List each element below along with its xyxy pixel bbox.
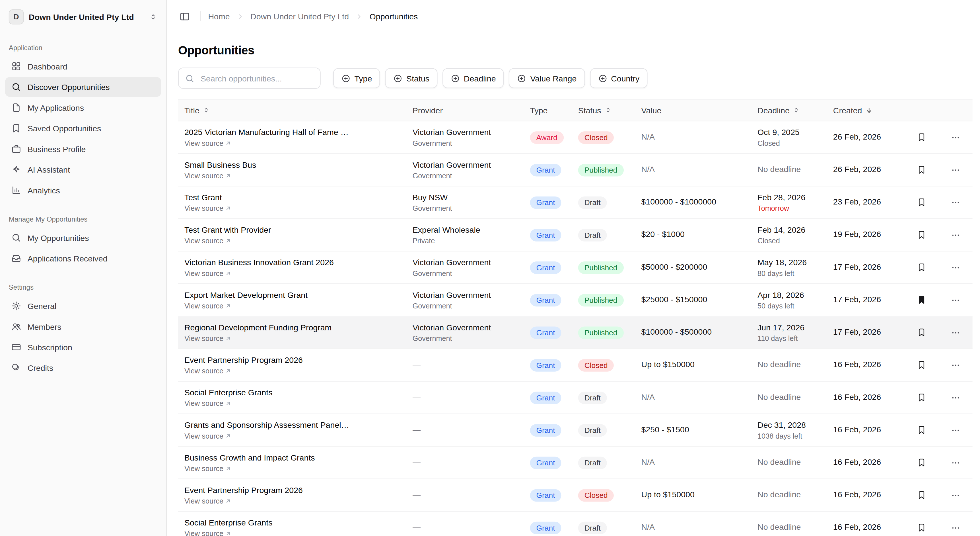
sidebar-item-business-profile[interactable]: Business Profile <box>5 139 161 159</box>
row-menu-button[interactable] <box>948 325 963 340</box>
view-source-label: View source <box>185 270 223 277</box>
bookmark-button[interactable] <box>914 228 929 242</box>
breadcrumb-item-down-under-united-pty-ltd[interactable]: Down Under United Pty Ltd <box>250 12 349 21</box>
view-source-link[interactable]: View source <box>185 172 232 179</box>
bookmark-button[interactable] <box>914 455 929 470</box>
column-header-title[interactable]: Title <box>178 105 413 115</box>
opportunity-title[interactable]: Event Partnership Program 2026 <box>185 356 303 366</box>
row-menu-button[interactable] <box>948 455 963 470</box>
view-source-link[interactable]: View source <box>185 530 232 536</box>
org-switcher[interactable]: D Down Under United Pty Ltd <box>5 5 161 29</box>
table-row[interactable]: Event Partnership Program 2026View sourc… <box>178 479 973 512</box>
table-row[interactable]: Grants and Sponsorship Assessment Panel…… <box>178 414 973 447</box>
sidebar-item-subscription[interactable]: Subscription <box>5 337 161 357</box>
row-menu-button[interactable] <box>948 488 963 502</box>
table-row[interactable]: Victorian Business Innovation Grant 2026… <box>178 252 973 284</box>
table-row[interactable]: Export Market Development GrantView sour… <box>178 284 973 316</box>
table-row[interactable]: Social Enterprise GrantsView source—Gran… <box>178 382 973 414</box>
view-source-link[interactable]: View source <box>185 139 232 147</box>
sidebar-item-analytics[interactable]: Analytics <box>5 180 161 200</box>
bookmark-button[interactable] <box>914 195 929 210</box>
sidebar-item-credits[interactable]: Credits <box>5 358 161 378</box>
table-row[interactable]: Test Grant with ProviderView sourceExper… <box>178 219 973 252</box>
bookmark-button[interactable] <box>914 325 929 340</box>
view-source-link[interactable]: View source <box>185 334 232 342</box>
row-menu-button[interactable] <box>948 423 963 438</box>
opportunity-title[interactable]: Event Partnership Program 2026 <box>185 486 303 496</box>
bookmark-button[interactable] <box>914 260 929 275</box>
table-row[interactable]: Regional Development Funding ProgramView… <box>178 316 973 349</box>
opportunity-title[interactable]: Test Grant <box>185 193 222 203</box>
sidebar-item-members[interactable]: Members <box>5 316 161 337</box>
opportunity-title[interactable]: Grants and Sponsorship Assessment Panel… <box>185 421 349 431</box>
sidebar-item-my-opportunities[interactable]: My Opportunities <box>5 228 161 248</box>
row-menu-button[interactable] <box>948 130 963 145</box>
filter-button-status[interactable]: Status <box>385 68 438 88</box>
row-menu-button[interactable] <box>948 292 963 308</box>
opportunity-title[interactable]: Test Grant with Provider <box>185 226 271 236</box>
row-menu-button[interactable] <box>948 520 963 535</box>
bookmark-button[interactable] <box>914 130 929 145</box>
sidebar-item-applications-received[interactable]: Applications Received <box>5 248 161 268</box>
table-row[interactable]: Business Growth and Impact GrantsView so… <box>178 447 973 479</box>
sidebar-toggle-button[interactable] <box>177 8 192 24</box>
table-row[interactable]: Event Partnership Program 2026View sourc… <box>178 349 973 382</box>
column-header-created[interactable]: Created <box>833 105 904 115</box>
opportunity-title[interactable]: Victorian Business Innovation Grant 2026 <box>185 258 334 268</box>
bookmark-icon <box>916 165 926 175</box>
row-menu-button[interactable] <box>948 260 963 275</box>
sidebar-item-my-applications[interactable]: My Applications <box>5 98 161 118</box>
view-source-label: View source <box>185 367 223 374</box>
filter-button-country[interactable]: Country <box>590 68 648 88</box>
bookmark-button[interactable] <box>914 423 929 437</box>
row-menu-button[interactable] <box>948 227 963 242</box>
opportunity-title[interactable]: 2025 Victorian Manufacturing Hall of Fam… <box>185 128 348 138</box>
filter-button-type[interactable]: Type <box>333 68 380 88</box>
table-row[interactable]: Small Business BusView sourceVictorian G… <box>178 154 973 186</box>
search-input[interactable] <box>199 73 314 83</box>
view-source-link[interactable]: View source <box>185 237 232 244</box>
bookmark-button[interactable] <box>914 520 929 535</box>
breadcrumb-item-home[interactable]: Home <box>208 12 230 21</box>
table-row[interactable]: 2025 Victorian Manufacturing Hall of Fam… <box>178 121 973 154</box>
column-header-provider[interactable]: Provider <box>413 105 530 115</box>
deadline-cell: Oct 9, 2025Closed <box>757 128 833 147</box>
column-header-status[interactable]: Status <box>578 105 641 115</box>
view-source-link[interactable]: View source <box>185 432 232 439</box>
bookmark-button[interactable] <box>914 293 929 307</box>
sidebar-item-label: Dashboard <box>28 62 67 71</box>
sidebar-item-saved-opportunities[interactable]: Saved Opportunities <box>5 118 161 138</box>
sidebar-item-discover-opportunities[interactable]: Discover Opportunities <box>5 77 161 97</box>
table-row[interactable]: Test GrantView sourceBuy NSWGovernmentGr… <box>178 187 973 219</box>
opportunity-title[interactable]: Business Growth and Impact Grants <box>185 453 315 463</box>
opportunity-title[interactable]: Regional Development Funding Program <box>185 323 331 333</box>
row-menu-button[interactable] <box>948 162 963 177</box>
filter-button-deadline[interactable]: Deadline <box>442 68 504 88</box>
opportunity-title[interactable]: Small Business Bus <box>185 160 256 171</box>
view-source-link[interactable]: View source <box>185 302 232 309</box>
bookmark-button[interactable] <box>914 163 929 177</box>
opportunity-title[interactable]: Social Enterprise Grants <box>185 388 272 399</box>
view-source-link[interactable]: View source <box>185 204 232 212</box>
bookmark-button[interactable] <box>914 391 929 405</box>
sidebar-item-ai-assistant[interactable]: AI Assistant <box>5 160 161 179</box>
view-source-link[interactable]: View source <box>185 400 232 407</box>
row-menu-button[interactable] <box>948 357 963 373</box>
column-header-deadline[interactable]: Deadline <box>757 105 833 115</box>
view-source-link[interactable]: View source <box>185 464 232 472</box>
view-source-link[interactable]: View source <box>185 367 232 374</box>
opportunity-title[interactable]: Export Market Development Grant <box>185 290 308 301</box>
opportunity-title[interactable]: Social Enterprise Grants <box>185 518 272 528</box>
column-header-type[interactable]: Type <box>530 105 578 115</box>
table-row[interactable]: Social Enterprise GrantsView source—Gran… <box>178 512 973 536</box>
bookmark-button[interactable] <box>914 488 929 502</box>
column-header-value[interactable]: Value <box>641 105 758 115</box>
row-menu-button[interactable] <box>948 390 963 405</box>
bookmark-button[interactable] <box>914 358 929 372</box>
view-source-link[interactable]: View source <box>185 270 232 277</box>
sidebar-item-general[interactable]: General <box>5 296 161 316</box>
sidebar-item-dashboard[interactable]: Dashboard <box>5 56 161 77</box>
filter-button-value-range[interactable]: Value Range <box>509 68 585 88</box>
row-menu-button[interactable] <box>948 195 963 210</box>
view-source-link[interactable]: View source <box>185 497 232 504</box>
